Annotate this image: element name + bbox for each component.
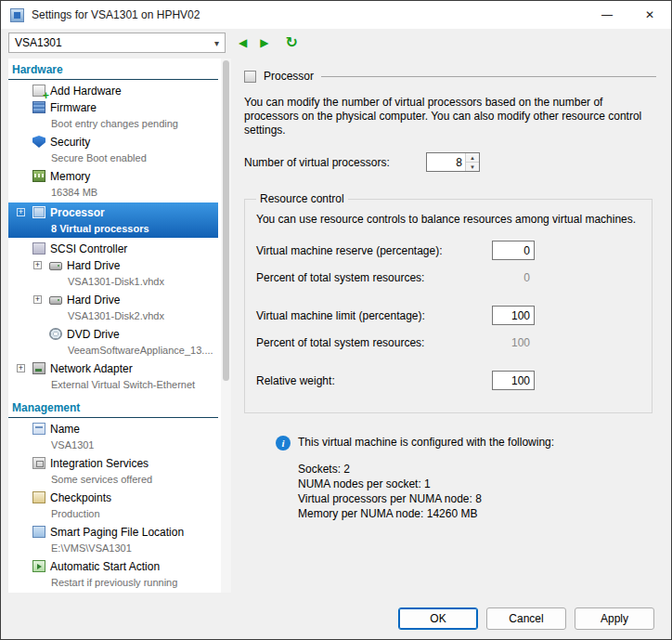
ok-button[interactable]: OK — [398, 607, 478, 630]
apply-button[interactable]: Apply — [575, 607, 654, 630]
percent-limit-label: Percent of total system resources: — [256, 336, 424, 349]
item-label: Hard Drive — [67, 259, 120, 272]
hard-drive-icon — [49, 262, 62, 270]
sidebar-scrollbar[interactable] — [221, 59, 231, 593]
minimize-button[interactable]: — — [586, 1, 628, 29]
item-label: Network Adapter — [50, 362, 133, 375]
item-sublabel: Production — [8, 506, 218, 520]
expander-icon[interactable]: + — [17, 364, 25, 372]
sidebar-item-hard-drive-1[interactable]: + Hard Drive — [8, 257, 218, 273]
processor-page-icon — [244, 71, 256, 83]
item-sublabel: Boot entry changes pending — [8, 116, 218, 130]
management-section-header: Management — [8, 398, 218, 418]
settings-window-icon — [10, 8, 24, 22]
item-label: Security — [50, 136, 90, 149]
item-label: Firmware — [50, 101, 97, 114]
header-rule — [321, 76, 656, 77]
item-label: Name — [50, 423, 80, 436]
info-line-vp-per-node: Virtual processors per NUMA node: 8 — [298, 491, 656, 506]
expander-icon[interactable]: + — [33, 261, 42, 269]
expander-icon[interactable]: + — [17, 208, 25, 216]
item-label: Hard Drive — [67, 294, 120, 307]
sidebar-item-firmware[interactable]: Firmware — [8, 99, 218, 115]
name-icon — [32, 423, 45, 435]
item-label: Add Hardware — [50, 85, 122, 98]
button-bar: OK Cancel Apply — [1, 598, 671, 639]
close-button[interactable]: ✕ — [628, 1, 671, 29]
body-area: Hardware Add Hardware Firmware Boot entr… — [1, 57, 671, 598]
forward-button[interactable]: ▶ — [260, 36, 268, 49]
item-label: DVD Drive — [67, 328, 120, 341]
item-sublabel: External Virtual Switch-Ethernet — [8, 377, 218, 391]
processor-settings-panel: Processor You can modify the number of v… — [231, 59, 664, 593]
sidebar-item-checkpoints[interactable]: Checkpoints — [8, 490, 218, 505]
item-sublabel: 16384 MB — [8, 185, 218, 199]
toolbar: VSA1301 ▾ ◀ ▶ ↻ — [1, 29, 671, 57]
sidebar-item-add-hardware[interactable]: Add Hardware — [8, 83, 218, 98]
back-button[interactable]: ◀ — [239, 36, 247, 49]
sidebar-item-network-adapter[interactable]: + Network Adapter — [8, 360, 218, 376]
item-sublabel: VSA1301 — [8, 438, 218, 451]
vm-selector-value: VSA1301 — [15, 36, 62, 49]
sidebar-item-hard-drive-2[interactable]: + Hard Drive — [8, 292, 218, 307]
item-label: SCSI Controller — [50, 242, 127, 255]
spinner-down-button[interactable]: ▼ — [466, 163, 479, 171]
scsi-controller-icon — [32, 242, 45, 255]
percent-limit-display — [492, 333, 535, 352]
percent-reserve-row: Percent of total system resources: — [256, 268, 535, 287]
sidebar-item-memory[interactable]: Memory — [8, 168, 218, 184]
item-sublabel: E:\VMS\VSA1301 — [8, 541, 218, 555]
sidebar-item-security[interactable]: Security — [8, 134, 218, 150]
relative-weight-input[interactable] — [492, 371, 535, 390]
vm-limit-input[interactable] — [492, 306, 535, 325]
network-adapter-icon — [32, 362, 45, 374]
vm-limit-label: Virtual machine limit (percentage): — [256, 309, 425, 322]
item-sublabel: Some services offered — [8, 472, 218, 486]
sidebar-item-name[interactable]: Name — [8, 421, 218, 437]
scrollbar-thumb[interactable] — [223, 60, 229, 381]
hard-drive-icon — [49, 296, 62, 305]
hardware-section-header: Hardware — [8, 60, 218, 80]
titlebar: Settings for VSA1301 on HPHV02 — ✕ — [1, 1, 671, 29]
chevron-down-icon: ▾ — [214, 38, 219, 48]
info-line-sockets: Sockets: 2 — [298, 462, 656, 477]
memory-icon — [32, 170, 45, 182]
resource-control-group: Resource control You can use resource co… — [244, 192, 653, 413]
item-label: Memory — [50, 170, 90, 183]
page-description: You can modify the number of virtual pro… — [244, 96, 656, 137]
info-intro: This virtual machine is configured with … — [298, 436, 554, 449]
smart-paging-icon — [32, 526, 45, 538]
sidebar-item-auto-start[interactable]: Automatic Start Action — [8, 558, 218, 574]
item-sublabel: VSA1301-Disk2.vhdx — [8, 308, 218, 322]
processor-icon — [32, 206, 45, 218]
sidebar-item-processor[interactable]: + Processor 8 Virtual processors — [8, 202, 218, 238]
virtual-processors-spinner: ▲ ▼ — [426, 152, 480, 172]
sidebar-item-dvd-drive[interactable]: DVD Drive — [8, 326, 218, 342]
numa-info: i This virtual machine is configured wit… — [244, 436, 656, 521]
vm-reserve-row: Virtual machine reserve (percentage): — [256, 241, 535, 260]
expander-icon[interactable]: + — [33, 295, 42, 304]
refresh-button[interactable]: ↻ — [285, 36, 297, 49]
cancel-button[interactable]: Cancel — [486, 607, 566, 630]
vp-label: Number of virtual processors: — [244, 156, 426, 169]
sidebar-item-smart-paging[interactable]: Smart Paging File Location — [8, 524, 218, 540]
sidebar-item-integration-services[interactable]: Integration Services — [8, 455, 218, 471]
sidebar-item-scsi-controller[interactable]: SCSI Controller — [8, 241, 218, 256]
item-label: Integration Services — [50, 457, 149, 470]
settings-window: Settings for VSA1301 on HPHV02 — ✕ VSA13… — [0, 0, 672, 640]
checkpoints-icon — [32, 491, 45, 503]
firmware-icon — [32, 101, 45, 113]
info-line-memory-per-node: Memory per NUMA node: 14260 MB — [298, 506, 656, 521]
item-label: Automatic Start Action — [50, 560, 160, 573]
vm-reserve-input[interactable] — [492, 241, 535, 260]
relative-weight-row: Relative weight: — [256, 371, 535, 390]
info-line-numa-nodes: NUMA nodes per socket: 1 — [298, 477, 656, 491]
relative-weight-label: Relative weight: — [256, 374, 335, 387]
item-label: Processor — [50, 206, 105, 219]
percent-reserve-label: Percent of total system resources: — [256, 271, 424, 284]
add-hardware-icon — [32, 85, 45, 97]
vm-reserve-label: Virtual machine reserve (percentage): — [256, 244, 443, 257]
spinner-up-button[interactable]: ▲ — [466, 153, 479, 163]
vm-selector[interactable]: VSA1301 ▾ — [8, 33, 226, 53]
virtual-processors-input[interactable] — [427, 153, 465, 171]
